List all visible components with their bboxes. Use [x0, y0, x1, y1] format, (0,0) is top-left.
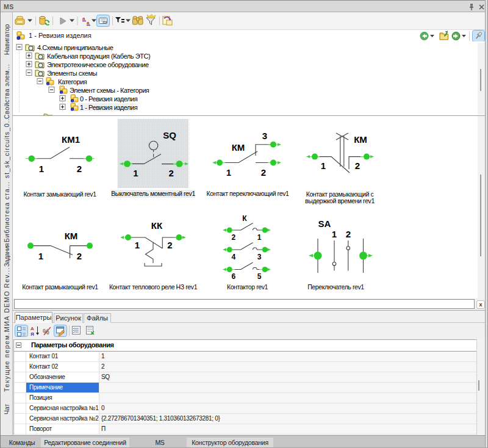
svg-text:Контакт размыкающий rev1: Контакт размыкающий rev1	[22, 283, 98, 291]
svg-text:1: 1	[332, 229, 337, 239]
svg-text:2: 2	[167, 240, 172, 250]
svg-text:4: 4	[231, 253, 235, 261]
svg-text:3: 3	[257, 253, 262, 261]
svg-text:2: 2	[231, 233, 235, 242]
svg-text:К: К	[242, 214, 247, 223]
svg-text:2: 2	[355, 161, 360, 171]
svg-text:1: 1	[133, 168, 138, 178]
svg-text:выдержкой времени rev1: выдержкой времени rev1	[305, 197, 375, 204]
svg-text:1: 1	[38, 251, 43, 261]
svg-text:3: 3	[262, 131, 267, 141]
svg-text:Контакт замыкающий rev1: Контакт замыкающий rev1	[23, 190, 96, 198]
svg-text:1: 1	[226, 167, 231, 178]
svg-text:КМ: КМ	[354, 134, 367, 145]
svg-text:КМ: КМ	[232, 142, 245, 153]
svg-text:2: 2	[261, 167, 266, 178]
svg-text:SQ: SQ	[163, 130, 176, 140]
svg-text:1: 1	[257, 233, 262, 242]
svg-text:Контакт переключающий rev1: Контакт переключающий rev1	[207, 190, 289, 197]
svg-text:Переключатель rev1: Переключатель rev1	[307, 283, 364, 291]
svg-text:КК: КК	[151, 220, 163, 231]
svg-text:2: 2	[77, 164, 82, 174]
svg-text:1: 1	[321, 161, 326, 171]
svg-text:КМ: КМ	[65, 231, 78, 241]
svg-text:1: 1	[39, 164, 44, 174]
svg-text:Я: Я	[30, 331, 34, 337]
svg-text:Контакт теплового реле НЗ rev1: Контакт теплового реле НЗ rev1	[109, 283, 198, 291]
svg-text:6: 6	[231, 272, 235, 281]
svg-text:SA: SA	[318, 219, 331, 229]
svg-text:2: 2	[77, 251, 82, 261]
svg-text:А: А	[30, 326, 34, 331]
svg-text:2: 2	[168, 168, 173, 178]
svg-text:5: 5	[257, 272, 262, 281]
svg-text:КМ1: КМ1	[62, 134, 80, 145]
svg-text:2: 2	[346, 229, 351, 239]
svg-text:Контактор rev1: Контактор rev1	[227, 283, 268, 291]
svg-text:Выключатель моментный rev1: Выключатель моментный rev1	[111, 190, 195, 197]
svg-text:1: 1	[135, 240, 140, 250]
